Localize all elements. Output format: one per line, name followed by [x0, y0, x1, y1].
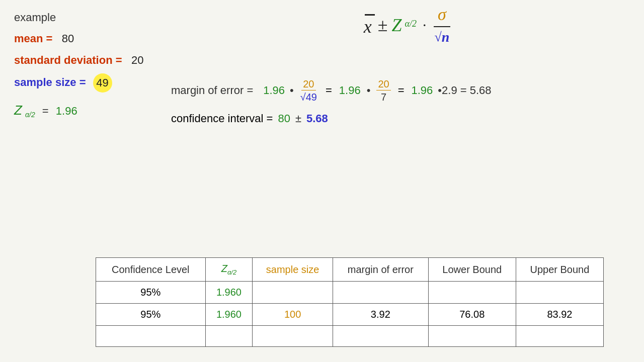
- td-moe-3: [333, 326, 428, 347]
- frac-bot-7: 7: [379, 90, 388, 103]
- td-ss-3: [253, 326, 333, 347]
- ci-row: confidence interval = 80 ± 5.68: [171, 112, 624, 125]
- sd-label: standard deviation =: [14, 54, 122, 66]
- equals-2: =: [326, 84, 332, 97]
- td-ss-1: [253, 282, 333, 304]
- z-value-calc-2: 1.96: [339, 84, 361, 97]
- sigma-top: σ: [434, 5, 450, 27]
- td-ub-2: 83.92: [516, 304, 603, 326]
- ci-plusminus: ±: [295, 112, 301, 125]
- given-values-panel: mean = 80 standard deviation = 20 sample…: [14, 30, 143, 120]
- z-value-calc-3: 1.96: [412, 84, 433, 97]
- table-row: 95% 1.960 100 3.92 76.08 83.92: [96, 304, 604, 326]
- z-label: Z: [14, 103, 22, 118]
- table-row: 95% 1.960: [96, 282, 604, 304]
- mean-label: mean =: [14, 32, 52, 45]
- plusminus-symbol: ±: [378, 15, 388, 36]
- equals-3: =: [398, 84, 405, 97]
- frac-top-20: 20: [301, 78, 315, 90]
- multiply-dot-1: ·: [423, 17, 427, 34]
- ss-row: sample size = 49: [14, 73, 143, 93]
- fraction-20-7: 20 7: [376, 78, 390, 103]
- moe-label: margin of error =: [171, 84, 253, 97]
- frac-top-20b: 20: [376, 78, 390, 90]
- sd-value: 20: [125, 54, 144, 66]
- td-cl-2: 95%: [96, 304, 206, 326]
- td-ss-2: 100: [253, 304, 333, 326]
- sd-row: standard deviation = 20: [14, 52, 143, 68]
- main-formula: x ± Z α/2 · σ √ n: [364, 5, 452, 45]
- td-ub-1: [516, 282, 603, 304]
- th-lower-bound: Lower Bound: [428, 258, 516, 282]
- th-confidence-level: Confidence Level: [96, 258, 206, 282]
- xbar-symbol: x: [364, 13, 372, 37]
- td-lb-1: [428, 282, 516, 304]
- stats-table: Confidence Level Zα/2 sample size margin…: [96, 257, 604, 347]
- th-margin-of-error: margin of error: [333, 258, 428, 282]
- main-formula-area: x ± Z α/2 · σ √ n: [201, 5, 614, 45]
- mean-row: mean = 80: [14, 30, 143, 47]
- z-value-calc-1: 1.96: [263, 84, 285, 97]
- fraction-20-sqrt49: 20 √49: [299, 78, 318, 103]
- td-z-2: 1.960: [205, 304, 253, 326]
- td-cl-3: [96, 326, 206, 347]
- td-lb-2: 76.08: [428, 304, 516, 326]
- td-z-3: [205, 326, 253, 347]
- ci-label: confidence interval =: [171, 112, 273, 125]
- z-subscript: α/2: [405, 19, 416, 29]
- z-alpha-symbol: Z: [391, 15, 401, 36]
- z-value: 1.96: [56, 105, 77, 117]
- ci-moe: 5.68: [306, 112, 328, 125]
- th-z-alpha: Zα/2: [205, 258, 253, 282]
- td-ub-3: [516, 326, 603, 347]
- bullet-1: •: [290, 84, 294, 97]
- td-moe-2: 3.92: [333, 304, 428, 326]
- th-upper-bound: Upper Bound: [516, 258, 603, 282]
- moe-calculation-row: margin of error = 1.96 • 20 √49 = 1.96 •…: [171, 78, 624, 103]
- td-z-1: 1.960: [205, 282, 253, 304]
- sigma-fraction: σ √ n: [432, 5, 451, 45]
- th-sample-size: sample size: [253, 258, 333, 282]
- frac-bot-sqrt49: √49: [299, 90, 318, 103]
- td-lb-3: [428, 326, 516, 347]
- ci-mean: 80: [278, 112, 290, 125]
- data-table-container: Confidence Level Zα/2 sample size margin…: [96, 257, 604, 347]
- dot-result: •2.9 = 5.68: [438, 84, 491, 97]
- mean-value: 80: [56, 32, 74, 45]
- ss-value-highlighted: 49: [93, 73, 112, 93]
- sqrt-n-bottom: √ n: [432, 27, 451, 45]
- table-header-row: Confidence Level Zα/2 sample size margin…: [96, 258, 604, 282]
- td-moe-1: [333, 282, 428, 304]
- bullet-2: •: [367, 84, 371, 97]
- example-label: example: [14, 11, 56, 24]
- table-row: [96, 326, 604, 347]
- td-cl-1: 95%: [96, 282, 206, 304]
- ss-label: sample size =: [14, 76, 86, 88]
- z-row: Z α/2 = 1.96: [14, 101, 143, 120]
- calculation-area: margin of error = 1.96 • 20 √49 = 1.96 •…: [171, 78, 624, 125]
